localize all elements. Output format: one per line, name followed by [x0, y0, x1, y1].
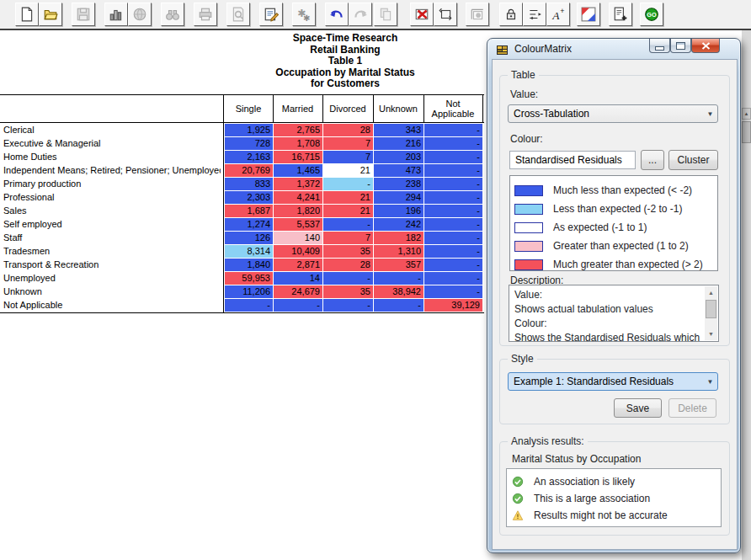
data-cell[interactable]: 28: [323, 124, 373, 136]
data-cell[interactable]: 833: [225, 178, 273, 190]
data-cell[interactable]: 1,708: [274, 137, 322, 150]
data-cell[interactable]: 7: [323, 151, 373, 163]
data-cell[interactable]: 21: [323, 191, 373, 204]
data-cell[interactable]: 1,310: [374, 245, 423, 258]
data-cell[interactable]: -: [323, 272, 373, 285]
data-cell[interactable]: 11,206: [225, 285, 273, 298]
data-cell[interactable]: 216: [374, 137, 423, 150]
data-cell[interactable]: 2,765: [274, 124, 322, 136]
column-header-single[interactable]: Single: [224, 95, 273, 122]
data-cell[interactable]: -: [424, 272, 482, 285]
data-cell[interactable]: 140: [274, 232, 322, 244]
data-cell[interactable]: 2,303: [225, 191, 273, 204]
close-button[interactable]: [691, 39, 720, 53]
data-cell[interactable]: 343: [374, 124, 423, 136]
data-cell[interactable]: 20,769: [225, 164, 273, 177]
toolbar-button-row-arrows[interactable]: [523, 3, 546, 26]
row-label[interactable]: Unknown: [3, 285, 221, 298]
scroll-up-icon[interactable]: ▲: [742, 108, 751, 120]
data-cell[interactable]: 28: [323, 259, 373, 271]
column-header-divorced[interactable]: Divorced: [322, 95, 373, 122]
data-cell[interactable]: -: [424, 164, 482, 177]
column-header-unknown[interactable]: Unknown: [373, 95, 423, 122]
data-cell[interactable]: 203: [374, 151, 423, 163]
toolbar-button-transpose[interactable]: [434, 3, 457, 26]
row-label[interactable]: Executive & Managerial: [3, 137, 221, 150]
data-cell[interactable]: 7: [323, 137, 373, 150]
toolbar-button-add-document[interactable]: [609, 3, 632, 26]
row-label[interactable]: Tradesmen: [3, 245, 221, 258]
data-cell[interactable]: -: [424, 245, 482, 258]
data-cell[interactable]: -: [323, 218, 373, 231]
data-cell[interactable]: 2,871: [274, 259, 322, 271]
desc-scroll-down-icon[interactable]: ▼: [705, 328, 717, 340]
row-label[interactable]: Not Applicable: [3, 299, 221, 312]
data-cell[interactable]: -: [424, 151, 482, 163]
data-cell[interactable]: 182: [374, 232, 423, 244]
data-cell[interactable]: 1,372: [274, 178, 322, 190]
toolbar-button-undo[interactable]: [325, 3, 349, 26]
data-cell[interactable]: 473: [374, 164, 423, 177]
cluster-button[interactable]: Cluster: [668, 150, 718, 170]
row-label[interactable]: Staff: [3, 232, 221, 244]
data-cell[interactable]: -: [225, 299, 273, 312]
description-scrollbar[interactable]: ▲ ▼: [705, 286, 717, 340]
row-label[interactable]: Self employed: [3, 218, 221, 231]
row-label[interactable]: Transport & Recreation: [3, 259, 221, 271]
data-cell[interactable]: -: [424, 124, 482, 136]
toolbar-button-edit-notes[interactable]: [259, 3, 283, 26]
toolbar-button-new-document[interactable]: [15, 3, 39, 26]
browse-button[interactable]: ...: [641, 150, 664, 170]
data-cell[interactable]: 4,241: [274, 191, 322, 204]
data-cell[interactable]: 38,942: [374, 285, 423, 298]
toolbar-button-bar-chart[interactable]: [104, 3, 128, 26]
desc-scroll-up-icon[interactable]: ▲: [705, 286, 717, 299]
data-cell[interactable]: 21: [323, 164, 373, 177]
data-cell[interactable]: -: [424, 285, 482, 298]
data-cell[interactable]: 24,679: [274, 285, 322, 298]
data-cell[interactable]: 7: [323, 232, 373, 244]
toolbar-button-font-increase[interactable]: A+: [546, 3, 570, 26]
value-combobox[interactable]: Cross-Tabulation ▼: [508, 104, 718, 123]
data-cell[interactable]: 126: [225, 232, 273, 244]
data-cell[interactable]: -: [424, 137, 482, 150]
data-cell[interactable]: -: [424, 232, 482, 244]
data-cell[interactable]: 21: [323, 205, 373, 217]
data-cell[interactable]: 59,953: [225, 272, 273, 285]
data-cell[interactable]: -: [274, 299, 322, 312]
data-cell[interactable]: 5,537: [274, 218, 322, 231]
colour-field[interactable]: Standardised Residuals: [509, 151, 636, 169]
data-cell[interactable]: 10,409: [274, 245, 322, 258]
data-cell[interactable]: 1,274: [225, 218, 273, 231]
vertical-scrollbar[interactable]: ▲: [742, 30, 751, 560]
data-cell[interactable]: -: [424, 218, 482, 231]
column-header-married[interactable]: Married: [273, 95, 322, 122]
row-label[interactable]: Home Duties: [3, 151, 221, 163]
data-cell[interactable]: 196: [374, 205, 423, 217]
style-combobox[interactable]: Example 1: Standardised Residuals ▼: [508, 372, 718, 391]
data-cell[interactable]: -: [374, 299, 423, 312]
data-cell[interactable]: 357: [374, 259, 423, 271]
data-cell[interactable]: 39,129: [424, 299, 482, 312]
toolbar-button-delete-table[interactable]: [410, 3, 434, 26]
toolbar-button-colour-matrix[interactable]: [577, 3, 600, 26]
data-cell[interactable]: 35: [323, 245, 373, 258]
row-label[interactable]: Independent Means; Retired; Pensioner; U…: [3, 164, 221, 177]
data-cell[interactable]: -: [424, 178, 482, 190]
column-header-not-applicable[interactable]: Not Applicable: [423, 95, 482, 122]
row-label[interactable]: Clerical: [3, 124, 221, 136]
data-cell[interactable]: 242: [374, 218, 423, 231]
minimize-button[interactable]: [649, 39, 670, 53]
data-cell[interactable]: -: [424, 259, 482, 271]
data-cell[interactable]: -: [424, 205, 482, 217]
toolbar-button-open-folder[interactable]: [39, 3, 62, 26]
data-cell[interactable]: 16,715: [274, 151, 322, 163]
row-label[interactable]: Sales: [3, 205, 221, 217]
desc-scroll-thumb[interactable]: [706, 300, 716, 318]
row-label[interactable]: Unemployed: [3, 272, 221, 285]
data-cell[interactable]: 1,687: [225, 205, 273, 217]
row-label[interactable]: Professional: [3, 191, 221, 204]
toolbar-button-go[interactable]: GO: [640, 3, 663, 26]
data-cell[interactable]: 8,314: [225, 245, 273, 258]
description-box[interactable]: Value:Shows actual tabulation valuesColo…: [509, 285, 719, 342]
